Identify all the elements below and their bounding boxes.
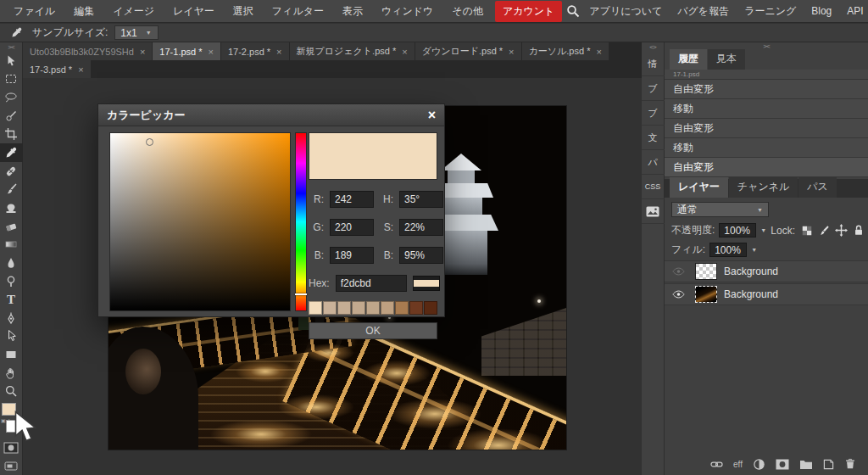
new-layer-icon[interactable] [823, 459, 834, 470]
close-icon[interactable]: × [140, 47, 145, 57]
document-tab[interactable]: 新規プロジェクト.psd *× [290, 42, 415, 60]
crop-tool[interactable] [0, 126, 23, 144]
document-tab-active[interactable]: 17-1.psd *× [153, 42, 220, 60]
history-item[interactable]: 移動 [665, 138, 868, 158]
document-tab[interactable]: 17-3.psd *× [23, 60, 91, 78]
lock-move-icon[interactable] [835, 224, 848, 237]
lock-paint-icon[interactable] [818, 225, 830, 237]
close-icon[interactable]: × [428, 109, 436, 122]
menu-learning[interactable]: ラーニング [737, 1, 803, 22]
menu-layer[interactable]: レイヤー [164, 1, 223, 22]
recent-swatch[interactable] [323, 301, 337, 315]
mask-icon[interactable] [776, 459, 789, 470]
menu-image[interactable]: イメージ [104, 1, 163, 22]
recent-swatch[interactable] [337, 301, 351, 315]
layer-thumbnail-transparent[interactable] [695, 263, 717, 280]
menu-account[interactable]: アカウント [495, 1, 562, 22]
color-field-cursor[interactable] [146, 138, 153, 146]
menu-file[interactable]: ファイル [5, 1, 64, 22]
lock-transparency-icon[interactable] [801, 225, 813, 237]
recent-swatch[interactable] [366, 301, 380, 315]
close-icon[interactable]: × [402, 47, 407, 57]
healing-tool[interactable] [0, 162, 23, 181]
strip-collapse-icon[interactable]: <> [642, 42, 664, 52]
close-icon[interactable]: × [276, 47, 281, 57]
panel-paragraph-tab[interactable]: パ [642, 150, 665, 175]
layer-row[interactable]: Background [665, 260, 868, 282]
recent-swatch[interactable] [424, 301, 437, 315]
hex-color-swatch[interactable] [413, 276, 440, 291]
saturation-input[interactable] [399, 219, 443, 236]
rectangle-tool[interactable] [0, 345, 23, 364]
clone-stamp-tool[interactable] [0, 198, 23, 217]
menu-window[interactable]: ウィンドウ [373, 1, 442, 22]
saturation-brightness-field[interactable] [109, 132, 291, 311]
dodge-tool[interactable] [0, 272, 23, 291]
tab-layers[interactable]: レイヤー [670, 177, 728, 198]
screen-mode-icon[interactable] [0, 456, 23, 475]
ok-button[interactable]: OK [309, 322, 437, 339]
hand-tool[interactable] [0, 364, 23, 383]
type-tool[interactable]: T [0, 290, 23, 309]
lasso-tool[interactable] [0, 88, 23, 107]
hue-slider[interactable] [295, 132, 307, 311]
layer-row-selected[interactable]: Background [665, 283, 868, 305]
green-input[interactable] [330, 219, 374, 236]
blend-mode-dropdown[interactable]: 通常 ▼ [671, 202, 769, 217]
history-item[interactable]: 移動 [665, 99, 868, 119]
panel-brush-settings-tab[interactable]: ブ [642, 101, 665, 126]
visibility-eye-icon[interactable] [668, 289, 688, 299]
opacity-value[interactable]: 100% [719, 223, 756, 238]
search-icon[interactable] [564, 2, 582, 20]
recent-swatch[interactable] [381, 301, 394, 315]
chevron-down-icon[interactable]: ▼ [751, 247, 757, 253]
hex-input[interactable] [336, 275, 407, 292]
menu-select[interactable]: 選択 [225, 1, 262, 22]
history-item[interactable]: 自由変形 [665, 80, 868, 99]
menu-view[interactable]: 表示 [334, 1, 371, 22]
close-icon[interactable]: × [209, 47, 214, 57]
document-tab[interactable]: 17-2.psd *× [221, 42, 289, 60]
tab-swatches[interactable]: 見本 [708, 49, 745, 70]
hue-input[interactable] [399, 191, 443, 208]
panel-brush-tab[interactable]: ブ [642, 76, 665, 101]
zoom-tool[interactable] [0, 383, 23, 401]
fill-value[interactable]: 100% [709, 243, 747, 257]
recent-swatch[interactable] [309, 301, 322, 315]
eraser-tool[interactable] [0, 217, 23, 236]
dialog-title-bar[interactable]: カラーピッカー × [98, 104, 444, 126]
move-tool[interactable] [0, 52, 23, 70]
document-tab[interactable]: カーソル.psd *× [522, 42, 609, 60]
close-icon[interactable]: × [509, 47, 514, 57]
chevron-down-icon[interactable]: ▼ [760, 227, 766, 233]
document-tab[interactable]: Uto03b9Blb3k0ZY59SHd× [23, 42, 152, 60]
tab-history[interactable]: 履歴 [670, 49, 707, 70]
menu-edit[interactable]: 編集 [65, 1, 103, 22]
path-select-tool[interactable] [0, 327, 23, 346]
recent-swatch[interactable] [395, 301, 409, 315]
blur-tool[interactable] [0, 254, 23, 272]
visibility-eye-icon[interactable] [668, 266, 688, 277]
hue-slider-cursor[interactable] [295, 293, 307, 295]
adjustment-icon[interactable] [753, 458, 765, 471]
recent-swatch[interactable] [409, 301, 423, 315]
menu-filter[interactable]: フィルター [264, 1, 332, 22]
menu-about-app[interactable]: アプリについて [582, 1, 669, 22]
history-item[interactable]: 自由変形 [665, 119, 868, 138]
menu-report-bug[interactable]: バグを報告 [670, 1, 736, 22]
blue-input[interactable] [330, 247, 374, 264]
sample-size-dropdown[interactable]: 1x1 ▼ [114, 25, 159, 40]
panel-css-tab[interactable]: CSS [642, 175, 665, 199]
tab-channels[interactable]: チャンネル [729, 177, 798, 198]
brush-tool[interactable] [0, 180, 23, 198]
link-icon[interactable] [710, 459, 723, 470]
eyedropper-tool[interactable] [0, 143, 23, 162]
pen-tool[interactable] [0, 309, 23, 327]
trash-icon[interactable] [844, 458, 856, 470]
marquee-tool[interactable] [0, 70, 23, 89]
red-input[interactable] [330, 191, 374, 208]
close-icon[interactable]: × [78, 64, 83, 75]
menu-more[interactable]: その他 [443, 1, 492, 22]
panel-character-tab[interactable]: 文 [642, 126, 665, 150]
recent-swatch[interactable] [352, 301, 365, 315]
